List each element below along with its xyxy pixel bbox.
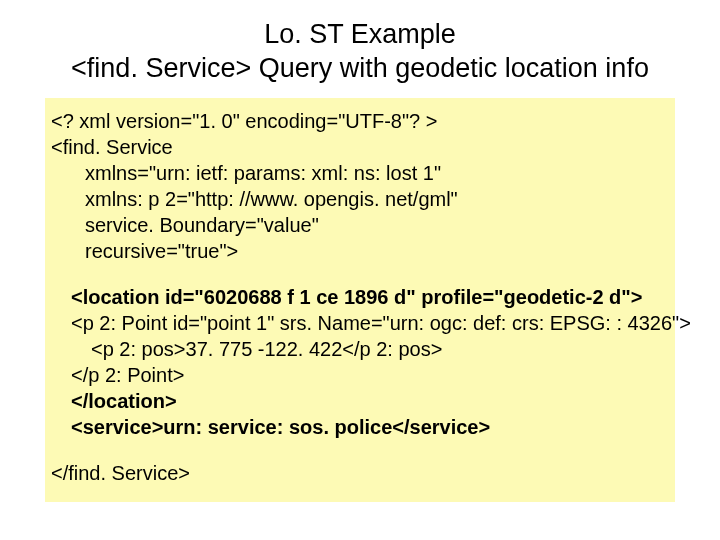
code-line: <location id="6020688 f 1 ce 1896 d" pro… [51, 284, 669, 310]
code-line: </p 2: Point> [51, 362, 669, 388]
code-line: xmlns="urn: ietf: params: xml: ns: lost … [51, 160, 669, 186]
code-line: </location> [51, 388, 669, 414]
code-line: <service>urn: service: sos. police</serv… [51, 414, 669, 440]
code-line: recursive="true"> [51, 238, 669, 264]
title-line-1: Lo. ST Example [264, 19, 456, 49]
code-line: xmlns: p 2="http: //www. opengis. net/gm… [51, 186, 669, 212]
blank-line [51, 264, 669, 284]
slide-container: Lo. ST Example <find. Service> Query wit… [0, 0, 720, 540]
code-line: service. Boundary="value" [51, 212, 669, 238]
code-line: <p 2: Point id="point 1" srs. Name="urn:… [51, 310, 669, 336]
title-line-2: <find. Service> Query with geodetic loca… [71, 53, 649, 83]
code-line: </find. Service> [51, 460, 669, 486]
code-line: <p 2: pos>37. 775 -122. 422</p 2: pos> [51, 336, 669, 362]
blank-line [51, 440, 669, 460]
code-line: <? xml version="1. 0" encoding="UTF-8"? … [51, 108, 669, 134]
code-block: <? xml version="1. 0" encoding="UTF-8"? … [45, 98, 675, 502]
code-line: <find. Service [51, 134, 669, 160]
slide-title: Lo. ST Example <find. Service> Query wit… [45, 18, 675, 86]
